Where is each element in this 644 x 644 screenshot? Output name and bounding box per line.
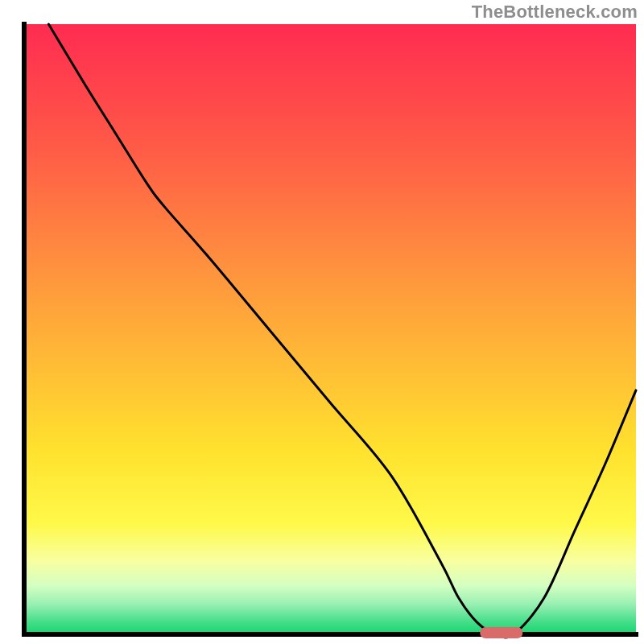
plot-background bbox=[24, 24, 636, 634]
bottleneck-chart: TheBottleneck.com bbox=[0, 0, 644, 644]
optimal-marker bbox=[480, 627, 522, 638]
chart-svg bbox=[0, 0, 644, 644]
